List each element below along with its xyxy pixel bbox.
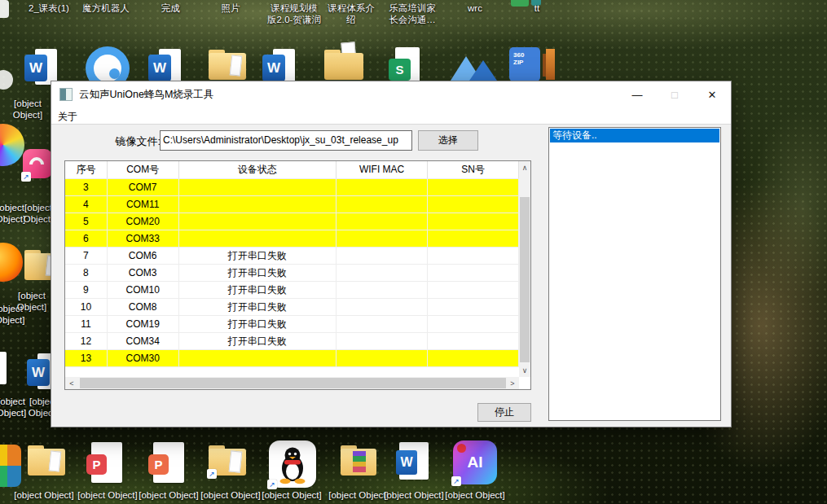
desktop: 2_课表(1)魔方机器人完成照片课程规划模 版2.0-贺谦润课程体系介 绍乐高培… xyxy=(0,0,827,504)
horizontal-scroll-thumb[interactable] xyxy=(80,378,506,388)
column-header[interactable]: COM号 xyxy=(108,161,179,178)
table-row[interactable]: 12COM34打开串口失败 xyxy=(65,333,519,350)
cell-com: COM11 xyxy=(108,196,179,213)
burn-tool-window: 云知声UniOne蜂鸟M烧录工具 — □ ✕ 关于 镜像文件: C:\Users… xyxy=(51,81,732,427)
table-row[interactable]: 6COM33 xyxy=(65,230,519,248)
scroll-down-icon[interactable]: ∨ xyxy=(519,364,530,377)
cell-status xyxy=(179,196,337,213)
cell-sn xyxy=(428,248,519,264)
folderTall-icon xyxy=(324,47,363,81)
column-header[interactable]: SN号 xyxy=(428,161,519,178)
device-table-body: 3COM74COM115COM206COM337COM6打开串口失败8COM3打… xyxy=(65,179,519,377)
desktop-icon-label[interactable]: [object Object] xyxy=(73,489,142,501)
desktop-icon-label[interactable]: [object Object] xyxy=(380,489,448,501)
cell-com: COM19 xyxy=(108,316,179,332)
cell-status xyxy=(179,350,337,366)
maximize-button[interactable]: □ xyxy=(656,81,693,107)
cell-status: 打开串口失败 xyxy=(179,282,337,298)
meitu-icon: ↗ xyxy=(23,149,52,180)
desktop-icon-label[interactable]: [object Object] xyxy=(2,98,53,121)
desktop-icon-label[interactable]: [object Object] xyxy=(441,489,509,501)
desktop-icon-label[interactable]: 照片 xyxy=(194,2,267,14)
scroll-right-icon[interactable]: > xyxy=(506,377,519,389)
folder-icon xyxy=(28,445,65,477)
cell-com: COM8 xyxy=(108,299,179,315)
desktop-icon-label[interactable]: [object Object] xyxy=(257,489,326,501)
close-button[interactable]: ✕ xyxy=(693,81,731,107)
image-file-input[interactable]: C:\Users\Administrator\Desktop\jx_su_03t… xyxy=(160,130,412,151)
vertical-scrollbar[interactable]: ∧ ∨ xyxy=(519,161,530,377)
column-header[interactable]: 设备状态 xyxy=(179,161,337,178)
table-row[interactable]: 7COM6打开串口失败 xyxy=(65,248,519,265)
table-row[interactable]: 13COM30 xyxy=(65,350,519,367)
desktop-icon-label[interactable]: tt xyxy=(500,2,574,14)
vertical-scroll-thumb[interactable] xyxy=(520,197,530,362)
tile-icon xyxy=(0,445,21,487)
menu-about[interactable]: 关于 xyxy=(51,107,83,124)
cell-sn xyxy=(428,230,519,247)
desktop-icon-label[interactable]: [object Object] xyxy=(8,290,55,313)
cell-com: COM30 xyxy=(108,350,179,366)
table-row[interactable]: 11COM19打开串口失败 xyxy=(65,316,519,333)
cell-status: 打开串口失败 xyxy=(179,316,337,332)
cell-status: 打开串口失败 xyxy=(179,265,337,281)
cell-mac xyxy=(337,213,429,230)
table-row[interactable]: 8COM3打开串口失败 xyxy=(65,265,519,282)
cell-no: 10 xyxy=(65,299,108,315)
status-item-selected[interactable]: 等待设备.. xyxy=(550,129,719,142)
titlebar[interactable]: 云知声UniOne蜂鸟M烧录工具 — □ ✕ xyxy=(51,81,731,107)
cell-mac xyxy=(337,179,429,195)
cell-sn xyxy=(428,299,519,315)
cell-status xyxy=(179,213,337,230)
device-table: 序号COM号设备状态WIFI MACSN号 3COM74COM115COM206… xyxy=(64,160,531,390)
cell-status xyxy=(179,230,337,247)
desktop-icon-label[interactable]: [object Object] xyxy=(134,489,203,501)
pgsliver-icon xyxy=(0,352,7,384)
cell-status: 打开串口失败 xyxy=(179,248,337,264)
table-row[interactable]: 9COM10打开串口失败 xyxy=(65,282,519,299)
cell-sn xyxy=(428,350,519,366)
table-row[interactable]: 5COM20 xyxy=(65,213,519,230)
circle2-icon xyxy=(0,243,23,282)
cell-sn xyxy=(428,333,519,349)
status-listbox[interactable]: 等待设备.. xyxy=(548,127,721,421)
cell-sn xyxy=(428,316,519,332)
cell-no: 13 xyxy=(65,350,108,366)
mountain-icon xyxy=(449,49,499,85)
image-file-label: 镜像文件: xyxy=(92,134,161,149)
stop-button[interactable]: 停止 xyxy=(477,403,531,422)
cell-no: 3 xyxy=(65,179,108,195)
cell-com: COM6 xyxy=(108,248,179,264)
image-file-path: C:\Users\Administrator\Desktop\jx_su_03t… xyxy=(163,134,398,146)
cell-com: COM34 xyxy=(108,333,179,349)
horizontal-scrollbar[interactable]: < > xyxy=(65,377,519,389)
pdocRed-icon: P xyxy=(86,442,122,483)
desktop-icon-label[interactable]: [object Object] xyxy=(196,489,265,501)
table-row[interactable]: 4COM11 xyxy=(65,196,519,213)
column-header[interactable]: 序号 xyxy=(65,161,108,178)
desktop-icon-label[interactable]: 魔方机器人 xyxy=(69,2,143,14)
scroll-up-icon[interactable]: ∧ xyxy=(519,161,530,174)
cell-mac xyxy=(337,350,429,366)
cell-mac xyxy=(337,333,429,349)
table-row[interactable]: 10COM8打开串口失败 xyxy=(65,299,519,316)
folderArrow-icon: ↗ xyxy=(209,445,246,477)
select-button[interactable]: 选择 xyxy=(418,130,478,151)
minimize-button[interactable]: — xyxy=(618,81,656,107)
table-row[interactable]: 3COM7 xyxy=(65,179,519,196)
cell-sn xyxy=(428,213,519,230)
scroll-left-icon[interactable]: < xyxy=(65,377,78,389)
cell-mac xyxy=(337,230,429,247)
cell-no: 6 xyxy=(65,230,108,247)
cell-com: COM33 xyxy=(108,230,179,247)
menu-bar: 关于 xyxy=(51,107,731,125)
cell-status: 打开串口失败 xyxy=(179,333,337,349)
column-header[interactable]: WIFI MAC xyxy=(337,161,429,178)
cell-sn xyxy=(428,282,519,298)
sdoc-icon: S xyxy=(389,47,420,85)
cell-sn xyxy=(428,179,519,195)
desktop-icon-label[interactable]: [object Object] xyxy=(10,489,78,501)
partial-icon-sliver xyxy=(0,0,9,18)
cell-com: COM10 xyxy=(108,282,179,298)
window-title: 云知声UniOne蜂鸟M烧录工具 xyxy=(79,81,213,107)
